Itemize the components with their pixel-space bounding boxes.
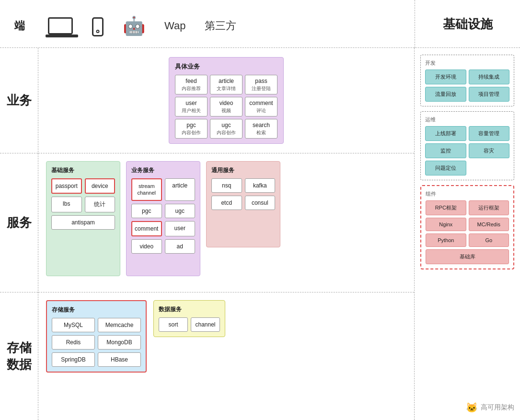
service-comment: comment [131, 221, 162, 236]
service-kafka: kafka [245, 178, 276, 193]
client-phone [92, 15, 104, 36]
common-services-grid: nsq kafka etcd consul [211, 178, 275, 210]
storage-hbase: HBase [98, 352, 141, 367]
service-etcd: etcd [211, 196, 242, 210]
infra-monitor: 监控 [425, 143, 466, 158]
storage-memcache: Memcache [98, 318, 141, 332]
infra-capacity: 容量管理 [469, 126, 510, 141]
data-sort: sort [159, 317, 188, 332]
services-row: 基础服务 passport device lbs 统计 antispam 业务服… [38, 153, 414, 292]
business-item-user: user用户相关 [175, 97, 208, 117]
infra-runtime: 运行框架 [469, 200, 509, 215]
infra-dev-title: 开发 [425, 59, 509, 67]
storage-label: 存储 数据 [0, 292, 38, 420]
infra-column: 开发 开发环境 持续集成 流量回放 项目管理 运维 上线部署 容量管理 监控 容… [415, 48, 520, 420]
business-services-title: 业务服务 [131, 166, 195, 175]
infra-mcredis: MC/Redis [469, 218, 509, 231]
infra-go: Go [469, 233, 509, 247]
infra-ops-grid: 上线部署 容量管理 监控 容灾 问题定位 [425, 126, 509, 175]
left-labels: 业务 服务 存储 数据 [0, 48, 38, 420]
infra-dev-grid: 开发环境 持续集成 流量回放 项目管理 [425, 70, 509, 102]
business-item-video: video视频 [210, 97, 243, 117]
business-item-ugc: ugc内容创作 [210, 119, 243, 139]
service-passport: passport [51, 178, 82, 194]
brand-area: 🐱 高可用架构 [420, 402, 514, 413]
service-stream-channel: streamchannel [131, 178, 162, 201]
service-nsq: nsq [211, 178, 242, 193]
client-wap: Wap [164, 20, 185, 32]
infra-components-section: 组件 RPC框架 运行框架 Nginx MC/Redis Python Go 基… [420, 185, 514, 269]
storage-grid: MySQL Memcache Redis MongoDB SpringDB HB… [52, 318, 141, 367]
infra-dev-env: 开发环境 [425, 70, 466, 84]
service-consul: consul [245, 196, 276, 210]
infra-title: 基础设施 [443, 16, 493, 33]
infra-python: Python [426, 233, 466, 247]
business-services-panel: 业务服务 streamchannel article pgc ugc comme… [126, 161, 200, 276]
business-item-article: article文章详情 [210, 75, 243, 94]
service-stats: 统计 [85, 197, 116, 212]
service-user: user [165, 221, 196, 236]
infra-header: 基础设施 [415, 0, 520, 48]
infra-disaster: 容灾 [469, 143, 510, 158]
common-services-panel: 通用服务 nsq kafka etcd consul [206, 161, 280, 247]
android-icon: 🤖 [123, 17, 145, 35]
business-label: 业务 [0, 48, 38, 153]
storage-redis: Redis [52, 335, 95, 350]
service-ugc: ugc [165, 204, 196, 218]
infra-nginx: Nginx [426, 218, 466, 231]
third-label: 第三方 [205, 19, 236, 33]
juti-yewu-box: 具体业务 feed内容推荐 article文章详情 pass注册登陆 user用… [169, 57, 284, 143]
data-title: 数据服务 [159, 305, 220, 314]
infra-traffic-replay: 流量回放 [425, 87, 466, 102]
base-services-grid: passport device lbs 统计 antispam [51, 178, 115, 230]
data-channel: channel [191, 317, 220, 332]
top-label: 端 [14, 19, 34, 33]
common-services-title: 通用服务 [211, 166, 275, 175]
base-services-title: 基础服务 [51, 166, 115, 175]
infra-ops-section: 运维 上线部署 容量管理 监控 容灾 问题定位 [420, 111, 514, 180]
infra-issue: 问题定位 [425, 161, 466, 175]
business-item-pgc: pgc内容创作 [175, 119, 208, 139]
service-article: article [165, 178, 196, 201]
business-item-pass: pass注册登陆 [245, 75, 277, 94]
infra-deploy: 上线部署 [425, 126, 466, 141]
infra-project-mgmt: 项目管理 [469, 87, 510, 102]
data-panel: 数据服务 sort channel [153, 300, 225, 337]
brand-text: 高可用架构 [481, 403, 514, 412]
infra-dev-section: 开发 开发环境 持续集成 流量回放 项目管理 [420, 55, 514, 106]
service-antispam: antispam [51, 215, 115, 230]
infra-ops-title: 运维 [425, 116, 509, 123]
wap-label: Wap [164, 20, 185, 32]
infra-components-grid: RPC框架 运行框架 Nginx MC/Redis Python Go 基础库 [426, 200, 509, 264]
business-items-grid: feed内容推荐 article文章详情 pass注册登陆 user用户相关 v… [175, 75, 277, 138]
storage-panel: 存储服务 MySQL Memcache Redis MongoDB Spring… [46, 300, 147, 373]
service-video: video [131, 239, 162, 254]
infra-ci: 持续集成 [469, 70, 510, 84]
storage-mysql: MySQL [52, 318, 95, 332]
juti-title: 具体业务 [175, 62, 277, 71]
center-content: 具体业务 feed内容推荐 article文章详情 pass注册登陆 user用… [38, 48, 415, 420]
main-container: 端 🤖 Wap 第三方 [0, 0, 520, 420]
content-grid: 业务 服务 存储 数据 具体业务 feed内容推荐 article文章详情 pa… [0, 48, 520, 420]
service-device: device [85, 178, 116, 194]
client-laptop [48, 17, 73, 35]
base-services-panel: 基础服务 passport device lbs 统计 antispam [46, 161, 120, 276]
storage-row: 存储服务 MySQL Memcache Redis MongoDB Spring… [38, 292, 414, 420]
infra-rpc: RPC框架 [426, 200, 466, 215]
services-label: 服务 [0, 153, 38, 292]
business-services-grid: streamchannel article pgc ugc comment us… [131, 178, 195, 254]
storage-mongodb: MongoDB [98, 335, 141, 350]
brand-icon: 🐱 [466, 402, 478, 413]
infra-components-title: 组件 [426, 190, 509, 198]
service-lbs: lbs [51, 197, 82, 212]
data-grid: sort channel [159, 317, 220, 332]
infra-baselib: 基础库 [426, 249, 509, 264]
business-item-search: search检索 [245, 119, 277, 139]
client-third: 第三方 [205, 19, 236, 33]
service-ad: ad [165, 239, 196, 254]
service-pgc: pgc [131, 204, 162, 218]
client-android: 🤖 [123, 17, 145, 35]
business-item-comment: comment评论 [245, 97, 277, 117]
storage-springdb: SpringDB [52, 352, 95, 367]
storage-title: 存储服务 [52, 306, 141, 314]
